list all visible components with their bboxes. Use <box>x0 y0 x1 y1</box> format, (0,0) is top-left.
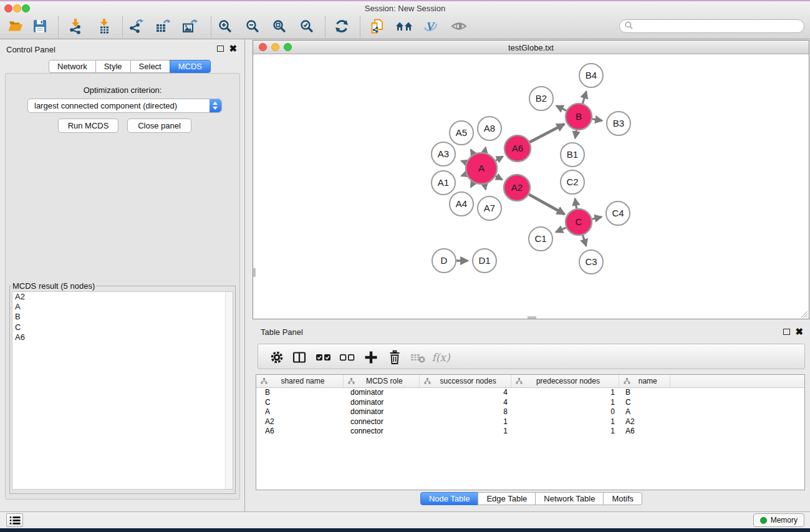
mcds-result-item[interactable]: A2 <box>12 292 233 302</box>
export-image-icon[interactable] <box>181 17 198 35</box>
float-panel-icon[interactable] <box>217 46 224 52</box>
edge-A-A2[interactable] <box>496 176 502 180</box>
hide-panel-eye-icon[interactable] <box>450 17 468 35</box>
deselect-all-icon[interactable] <box>339 349 355 365</box>
tab-mcds[interactable]: MCDS <box>170 60 211 73</box>
home-networks-icon[interactable] <box>395 17 413 35</box>
float-table-panel-icon[interactable] <box>783 329 790 335</box>
list-scrollbar[interactable] <box>225 292 233 489</box>
table-cell[interactable]: dominator <box>344 407 420 417</box>
mcds-result-item[interactable]: A6 <box>12 332 233 342</box>
table-row[interactable]: Adominator80A <box>256 407 804 417</box>
export-table-icon[interactable] <box>154 17 171 35</box>
edge-A-A1[interactable] <box>461 174 466 176</box>
edge-B-B1[interactable] <box>575 130 576 138</box>
table-header-row[interactable]: shared nameMCDS rolesuccessor nodesprede… <box>256 375 804 388</box>
edge-A-A3[interactable] <box>461 161 466 163</box>
table-cell[interactable]: A6 <box>620 427 671 437</box>
zoom-out-icon[interactable] <box>244 17 261 35</box>
table-cell[interactable]: 4 <box>420 398 511 408</box>
open-file-icon[interactable] <box>7 17 24 35</box>
edge-C-C3[interactable] <box>583 235 586 246</box>
table-cell[interactable]: 1 <box>511 427 620 437</box>
delete-column-icon[interactable] <box>387 349 403 365</box>
tab-style[interactable]: Style <box>95 60 131 73</box>
edge-A-A4[interactable] <box>471 183 473 187</box>
open-session-icon[interactable] <box>369 17 386 35</box>
edge-C-C1[interactable] <box>556 228 566 232</box>
tab-network[interactable]: Network <box>49 60 96 73</box>
search-field[interactable] <box>619 19 804 33</box>
table-cell[interactable]: B <box>256 388 344 398</box>
resize-grip-icon[interactable] <box>801 311 808 318</box>
table-cell[interactable]: B <box>620 388 671 398</box>
edge-B-B4[interactable] <box>582 92 586 104</box>
mcds-result-list[interactable]: A2ABCA6 <box>12 291 233 490</box>
show-graphics-details-icon[interactable]: V <box>422 17 439 35</box>
table-cell[interactable]: C <box>256 398 344 408</box>
column-header-MCDS-role[interactable]: MCDS role <box>344 375 420 387</box>
add-column-icon[interactable] <box>363 349 379 365</box>
edge-C-C2[interactable] <box>575 199 576 209</box>
table-cell[interactable]: 1 <box>511 388 620 398</box>
table-cell[interactable]: 4 <box>420 388 511 398</box>
gear-icon[interactable] <box>269 349 285 365</box>
edge-A-A5[interactable] <box>471 150 473 154</box>
tab-node-table[interactable]: Node Table <box>420 492 479 505</box>
table-row[interactable]: A6connector11A6 <box>256 427 804 437</box>
search-input[interactable] <box>634 22 804 31</box>
table-cell[interactable]: connector <box>344 427 420 437</box>
zoom-fit-icon[interactable] <box>271 17 288 35</box>
edge-C-C4[interactable] <box>592 217 601 219</box>
edge-A-A6[interactable] <box>496 157 503 160</box>
column-view-icon[interactable] <box>291 349 307 365</box>
table-cell[interactable]: 1 <box>511 417 620 427</box>
edge-A6-B[interactable] <box>530 124 564 142</box>
table-cell[interactable]: A6 <box>256 427 344 437</box>
tab-network-table[interactable]: Network Table <box>535 492 604 505</box>
import-table-icon[interactable] <box>95 17 113 35</box>
import-network-icon[interactable] <box>67 17 84 35</box>
mcds-result-item[interactable]: A <box>12 302 233 312</box>
zoom-selected-icon[interactable] <box>298 17 316 35</box>
table-row[interactable]: Bdominator41B <box>256 388 804 398</box>
column-header-predecessor-nodes[interactable]: predecessor nodes <box>511 375 620 387</box>
edge-A-A7[interactable] <box>485 184 486 189</box>
column-header-shared-name[interactable]: shared name <box>256 375 344 387</box>
table-cell[interactable]: A <box>256 407 344 417</box>
refresh-layout-icon[interactable] <box>333 17 350 35</box>
network-window-titlebar[interactable]: testGlobe.txt <box>253 41 809 54</box>
close-panel-button[interactable]: Close panel <box>127 118 191 133</box>
table-row[interactable]: A2connector11A2 <box>256 417 804 427</box>
table-row[interactable]: Cdominator41C <box>256 398 804 408</box>
table-cell[interactable]: A <box>620 407 671 417</box>
table-cell[interactable]: 8 <box>420 407 511 417</box>
tab-edge-table[interactable]: Edge Table <box>478 492 536 505</box>
close-panel-icon[interactable]: ✖ <box>229 45 237 52</box>
save-session-icon[interactable] <box>31 17 49 35</box>
edge-B-B3[interactable] <box>592 119 602 121</box>
edge-A-A8[interactable] <box>485 147 486 152</box>
table-cell[interactable]: dominator <box>344 388 420 398</box>
export-network-icon[interactable] <box>127 17 145 35</box>
mcds-result-item[interactable]: C <box>12 322 233 332</box>
column-header-successor-nodes[interactable]: successor nodes <box>420 375 511 387</box>
table-cell[interactable]: 1 <box>420 417 511 427</box>
edge-A2-C[interactable] <box>529 195 564 215</box>
table-cell[interactable]: 1 <box>420 427 511 437</box>
table-cell[interactable]: 0 <box>511 407 620 417</box>
mcds-result-item[interactable]: B <box>12 312 233 322</box>
table-cell[interactable]: A2 <box>256 417 344 427</box>
table-cell[interactable]: 1 <box>511 398 620 408</box>
close-table-panel-icon[interactable]: ✖ <box>795 328 803 336</box>
table-cell[interactable]: dominator <box>344 398 420 408</box>
select-all-icon[interactable] <box>316 349 332 365</box>
zoom-in-icon[interactable] <box>216 17 234 35</box>
column-header-name[interactable]: name <box>619 375 670 387</box>
criterion-dropdown[interactable]: largest connected component (directed) <box>27 99 222 113</box>
run-mcds-button[interactable]: Run MCDS <box>58 118 118 133</box>
task-history-button[interactable] <box>6 513 23 527</box>
memory-button[interactable]: Memory <box>753 513 804 527</box>
table-cell[interactable]: C <box>620 398 671 408</box>
network-graph-canvas[interactable]: B4B2BB3A8A5A6A3B1AA1C2A2A4A7C4CC1DD1C3 <box>254 55 809 319</box>
